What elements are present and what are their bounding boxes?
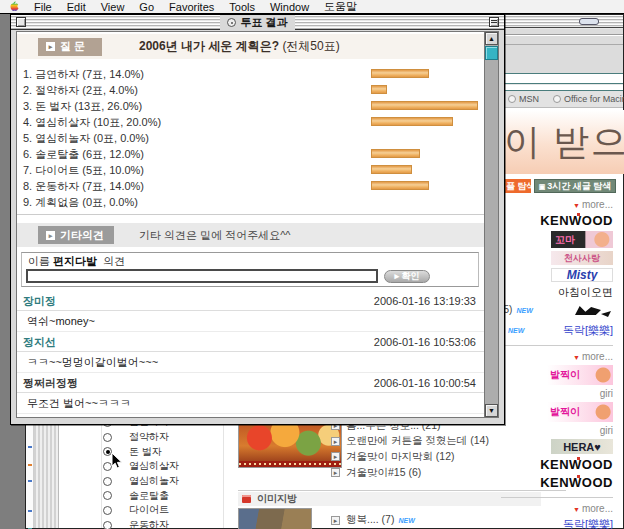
poll-radio-option[interactable]: 열심히놀자 — [103, 474, 223, 489]
radio-button-icon[interactable] — [103, 491, 112, 500]
poll-radio-option[interactable]: 다이어트 — [103, 503, 223, 518]
favorite-icon — [553, 95, 561, 103]
sidebar-item[interactable] — [501, 497, 613, 498]
radio-button-icon[interactable] — [103, 433, 112, 442]
opinion-form: 이름 편지다발 의견 ▸ 확인 — [21, 252, 479, 287]
sidebar-item[interactable]: KENWOOD — [540, 457, 613, 472]
poll-radio-option[interactable]: 솔로탈출 — [103, 488, 223, 503]
promo-banner-text: 이 받으세 — [504, 118, 624, 167]
comment-author[interactable]: 곽승균 — [23, 414, 56, 417]
post-icon: ▸ — [331, 468, 340, 477]
poll-results-window: 투표 결과 질 문 2006년 내가 세운 계획은? (전체50표) 1. 금연… — [10, 14, 505, 425]
radio-button-icon[interactable] — [103, 506, 112, 515]
comment-author[interactable]: 쩡쩌러정쩡 — [23, 373, 78, 392]
poll-options: 1. 금연하자 (7표, 14.0%) 2. 절약하자 (2표, 4.0%) 3… — [17, 64, 484, 215]
sidebar-item[interactable]: giri — [600, 425, 613, 436]
poll-option-row: 1. 금연하자 (7표, 14.0%) — [23, 66, 484, 82]
comment-timestamp: 2006-01-16 10:53:06 — [374, 332, 476, 351]
comment-timestamp: 2006-01-16 10:00:54 — [374, 373, 476, 392]
collapse-icon[interactable] — [489, 17, 499, 27]
sidebar-item[interactable]: 독락[樂樂] — [563, 517, 613, 529]
mouse-cursor — [111, 452, 123, 474]
sidebar-item[interactable]: giri — [600, 388, 613, 399]
comment-row: 장미정 2006-01-16 13:19:33 역쉬~money~ — [17, 291, 484, 332]
ad-sidebar: more...KENWOOD꼬마천사사랑Misty아침이오면독락[樂樂]more… — [493, 199, 613, 529]
poll-option-row: 9. 계획없음 (0표, 0.0%) — [23, 194, 484, 210]
board-post-item[interactable]: ▸ 행복.... (7) NEW — [331, 513, 415, 527]
post-icon: ▸ — [331, 437, 340, 446]
window-title-icon — [227, 18, 236, 27]
menu-bar: File Edit View Go Favorites Tools Window… — [0, 0, 624, 14]
sidebar-item[interactable]: 독락[樂樂] — [563, 323, 613, 338]
sidebar-item[interactable]: 아침이오면 — [558, 285, 613, 300]
favorite-icon — [508, 95, 516, 103]
vertical-scrollbar[interactable]: ▲ ▼ — [484, 32, 498, 417]
comment-author[interactable]: 장미정 — [23, 291, 56, 310]
opinion-input[interactable] — [26, 269, 378, 283]
poll-option-row: 7. 다이어트 (5표, 10.0%) — [23, 162, 484, 178]
sidebar-item[interactable]: 천사사랑 — [551, 251, 613, 265]
poll-option-row: 5. 열심히놀자 (0표, 0.0%) — [23, 130, 484, 146]
menu-view[interactable]: View — [101, 1, 125, 13]
result-bar — [371, 85, 387, 94]
comment-text: ㅋㅋ~~멍멍이같이벌어~~~ — [17, 352, 484, 373]
image-board-icon — [242, 495, 251, 503]
menu-window[interactable]: Window — [270, 1, 309, 13]
sidebar-item[interactable]: more... — [573, 503, 613, 514]
menu-go[interactable]: Go — [139, 1, 154, 13]
sidebar-item[interactable]: Misty — [551, 268, 613, 282]
comment-timestamp: 2006-01-16 09:57:54 — [374, 414, 476, 417]
scroll-down-icon[interactable]: ▼ — [485, 404, 498, 417]
apple-menu-icon[interactable] — [8, 1, 19, 12]
sidebar-item[interactable] — [501, 345, 613, 346]
badge-arrow-icon — [46, 42, 55, 51]
menu-favorites[interactable]: Favorites — [169, 1, 214, 13]
poll-option-row: 4. 열심히살자 (10표, 20.0%) — [23, 114, 484, 130]
radio-button-icon[interactable] — [103, 521, 112, 529]
other-opinion-badge: 기타의견 — [38, 226, 114, 244]
menu-edit[interactable]: Edit — [67, 1, 86, 13]
comments-list: 장미정 2006-01-16 13:19:33 역쉬~money~ 정지선 20… — [17, 291, 484, 417]
browser-title-widget[interactable] — [579, 18, 599, 25]
menu-help[interactable]: 도움말 — [324, 0, 357, 14]
comment-row: 곽승균 2006-01-16 09:57:54 — [17, 414, 484, 417]
sidebar-item[interactable]: more... — [573, 351, 613, 362]
favorite-msn[interactable]: MSN — [508, 94, 539, 104]
sidebar-item[interactable]: KENWOOD — [540, 475, 613, 490]
sidebar-item[interactable] — [571, 303, 613, 320]
sidebar-item[interactable]: HERA♥ — [551, 439, 613, 454]
radio-button-icon[interactable] — [103, 477, 112, 486]
question-text: 2006년 내가 세운 계획은? (전체50표) — [139, 38, 340, 55]
result-bar — [371, 101, 478, 110]
window-title-bar[interactable]: 투표 결과 — [11, 15, 504, 30]
sidebar-item[interactable]: 발찍이 — [547, 402, 613, 422]
close-icon[interactable] — [16, 17, 26, 27]
new-badge: NEW — [398, 517, 414, 524]
result-bar — [371, 117, 453, 126]
sidebar-item[interactable]: more... — [573, 199, 613, 210]
poll-option-row: 6. 솔로탈출 (6표, 12.0%) — [23, 146, 484, 162]
poll-radio-option[interactable]: 절약하자 — [103, 430, 223, 445]
window-title: 투표 결과 — [220, 15, 294, 30]
new-posts-search-button[interactable]: 3시간 새글 탐색 — [534, 179, 616, 193]
other-opinion-header: 기타의견 기타 의견은 밑에 적어주세요^^ — [17, 223, 484, 247]
confirm-button[interactable]: ▸ 확인 — [384, 270, 430, 283]
comment-timestamp: 2006-01-16 13:19:33 — [374, 291, 476, 310]
poll-radio-option[interactable]: 운동하자 — [103, 518, 223, 529]
scroll-up-icon[interactable]: ▲ — [485, 32, 498, 45]
sidebar-item[interactable]: KENWOOD — [540, 213, 613, 228]
menu-file[interactable]: File — [34, 1, 52, 13]
result-bar — [371, 165, 412, 174]
comment-row: 쩡쩌러정쩡 2006-01-16 10:00:54 무조건 벌어~~ㅋㅋㅋ — [17, 373, 484, 414]
sidebar-item[interactable]: 발찍이 — [547, 365, 613, 385]
result-bar — [371, 69, 429, 78]
result-bar — [371, 149, 420, 158]
scrollbar-thumb[interactable] — [485, 46, 498, 60]
menu-tools[interactable]: Tools — [229, 1, 255, 13]
image-board-thumbnail[interactable] — [238, 508, 312, 529]
sidebar-item[interactable]: 꼬마 — [551, 231, 613, 248]
other-opinion-hint: 기타 의견은 밑에 적어주세요^^ — [139, 228, 291, 243]
favorite-office[interactable]: Office for Macin — [553, 94, 624, 104]
comment-text: 무조건 벌어~~ㅋㅋㅋ — [17, 393, 484, 414]
comment-author[interactable]: 정지선 — [23, 332, 56, 351]
